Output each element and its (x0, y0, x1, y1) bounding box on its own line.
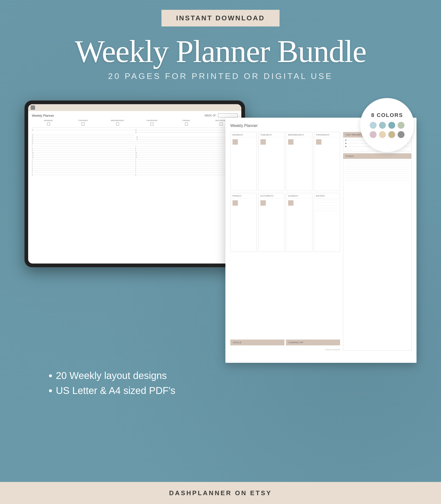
task-line-4 (345, 167, 410, 167)
feature-item-2: US Letter & A4 sized PDF's (49, 385, 175, 396)
planner-day-wednesday: WEDNESDAY (286, 132, 312, 191)
planner-day-monday-body (231, 146, 256, 191)
color-dot-4 (398, 122, 405, 129)
task-line-5 (345, 169, 410, 169)
tablet-time-row-8bl: 8 (32, 174, 134, 176)
tablet-time-row-7bl: 7 (32, 172, 134, 174)
tablet-time-section-left: 7 8 9 10 11 12 1 2 3 4 5 (32, 145, 134, 176)
planner-day-tuesday-icon (260, 139, 266, 145)
planner-day-sunday-body (286, 208, 312, 252)
planner-day-monday-header: MONDAY (231, 132, 256, 137)
tablet-planner-title: Weekly Planner (32, 114, 54, 117)
tablet-time-row-4r: 4 (135, 165, 238, 167)
tablet-checkbox-5 (185, 123, 188, 126)
planner-day-friday-header: FRIDAY (231, 193, 256, 198)
color-dots (365, 122, 410, 138)
planner-days-section: MONDAY TUESDAY WEDNESDAY (230, 132, 340, 351)
notes-line-4 (316, 208, 338, 208)
tablet-time-row-3r: 3 (135, 163, 238, 165)
tablet-week-box (218, 114, 238, 117)
feature-text-2: US Letter & A4 sized PDF's (56, 385, 175, 396)
footer-brand: DASHPLANNER ON ETSY (169, 489, 272, 497)
tablet-week-of-label: WEEK OF: (205, 114, 217, 117)
planner-day-sunday-icon (288, 200, 294, 206)
tablet-bullet-9 (32, 141, 33, 142)
color-dot-3 (388, 122, 395, 129)
feature-bullet-2 (49, 389, 52, 392)
tablet-bullet-7 (32, 139, 33, 140)
task-line-9 (345, 178, 410, 178)
tablet-time-row-2r: 2 (135, 161, 238, 163)
planner-day-tuesday-body (258, 146, 284, 191)
tablet-bullet-line-3 (138, 132, 238, 133)
tablet-planner-header: Weekly Planner WEEK OF: (32, 114, 238, 117)
tablet-time-row-11l: 11 (32, 154, 134, 156)
task-line-7 (345, 174, 410, 174)
color-dot-5 (370, 131, 377, 138)
color-dot-7 (388, 131, 395, 138)
planner-day-thursday-icon (316, 139, 321, 145)
planner-paper: Weekly Planner WEEK OF: MONDAY (225, 118, 416, 363)
planner-day-notes: NOTES: (314, 193, 340, 252)
planner-sidebar: TOP PRIORITIES (343, 132, 412, 351)
goals-box: GOALS (230, 340, 284, 345)
planner-day-wednesday-header: WEDNESDAY (286, 132, 312, 137)
tablet-time-row-5l: 5 (32, 167, 134, 169)
tablet-week-of: WEEK OF: (205, 114, 238, 117)
instant-download-banner: INSTANT DOWNLOAD (161, 10, 280, 27)
tablet-bullet-line-5 (34, 137, 133, 137)
goals-row: GOALS COMING UP (230, 340, 340, 345)
planner-bottom-row: FRIDAY SATURDAY SUNDAY (230, 193, 340, 252)
task-line-3 (345, 165, 410, 165)
planner-day-monday: MONDAY (230, 132, 257, 191)
tablet-checkbox-4 (150, 123, 153, 126)
planner-day-monday-icon (233, 139, 238, 145)
background: INSTANT DOWNLOAD Weekly Planner Bundle 2… (0, 0, 441, 504)
tablet-time-rows: 7 8 9 10 11 12 1 2 3 4 5 (32, 145, 238, 176)
tablet-wrapper: Weekly Planner WEEK OF: MONDAY TUESDAY W… (25, 100, 245, 267)
tablet-time-row-4l: 4 (32, 165, 134, 167)
tablet-planner-content: Weekly Planner WEEK OF: MONDAY TUESDAY W… (28, 111, 241, 178)
tablet-day-tue: TUESDAY (66, 119, 100, 122)
priority-dot-2 (345, 143, 346, 144)
notes-line-2 (316, 202, 338, 203)
tablet-bullet-rows (32, 129, 238, 144)
tablet-day-mon: MONDAY (32, 119, 65, 122)
tablet-time-row-12l: 12 (32, 156, 134, 158)
task-line-8 (345, 176, 410, 176)
planner-day-notes-header: NOTES: (314, 193, 340, 198)
planner-day-thursday: THURSDAY (314, 132, 340, 191)
feature-bullet-1 (49, 374, 52, 377)
task-line-2 (345, 163, 410, 163)
planner-day-wednesday-icon (288, 139, 294, 145)
planner-footer-brand: DASHPLANNER (230, 347, 340, 351)
tablet-outer: Weekly Planner WEEK OF: MONDAY TUESDAY W… (25, 100, 245, 267)
tablet-bullet-4 (32, 134, 33, 136)
tasks-header: TASKS (343, 153, 411, 159)
tablet-day-wed: WEDNESDAY (101, 119, 134, 122)
notes-line-5 (316, 211, 338, 211)
content-area: 8 COLORS (25, 93, 416, 363)
tablet-bullet-line-4 (34, 135, 134, 135)
tablet-time-row-7r: 7 (135, 145, 238, 147)
planner-day-friday-icon (233, 200, 238, 206)
tablet-checkbox-1 (47, 123, 50, 126)
tablet-checkbox-2 (82, 123, 84, 126)
tasks-box: TASKS (343, 153, 412, 351)
planner-day-friday: FRIDAY (230, 193, 257, 252)
tablet-day-thu: THURSDAY (135, 119, 169, 122)
planner-day-tuesday: TUESDAY (258, 132, 285, 191)
tablet-time-row-9r: 9 (135, 150, 238, 151)
tablet-bullet-8 (137, 139, 138, 140)
colors-badge-title: 8 COLORS (371, 112, 403, 118)
tablet-time-row-9l: 9 (32, 150, 134, 151)
priority-dot-1 (345, 140, 346, 141)
tasks-lines (343, 159, 411, 184)
planner-day-thursday-header: THURSDAY (314, 132, 340, 137)
tablet-screen: Weekly Planner WEEK OF: MONDAY TUESDAY W… (28, 104, 241, 263)
footer-bar: DASHPLANNER ON ETSY (0, 482, 441, 504)
task-line-10 (345, 180, 410, 180)
tablet-bullet-line-1 (34, 130, 134, 130)
planner-main-grid: MONDAY TUESDAY WEDNESDAY (230, 132, 412, 351)
tablet-bullet-line-9 (34, 141, 238, 142)
